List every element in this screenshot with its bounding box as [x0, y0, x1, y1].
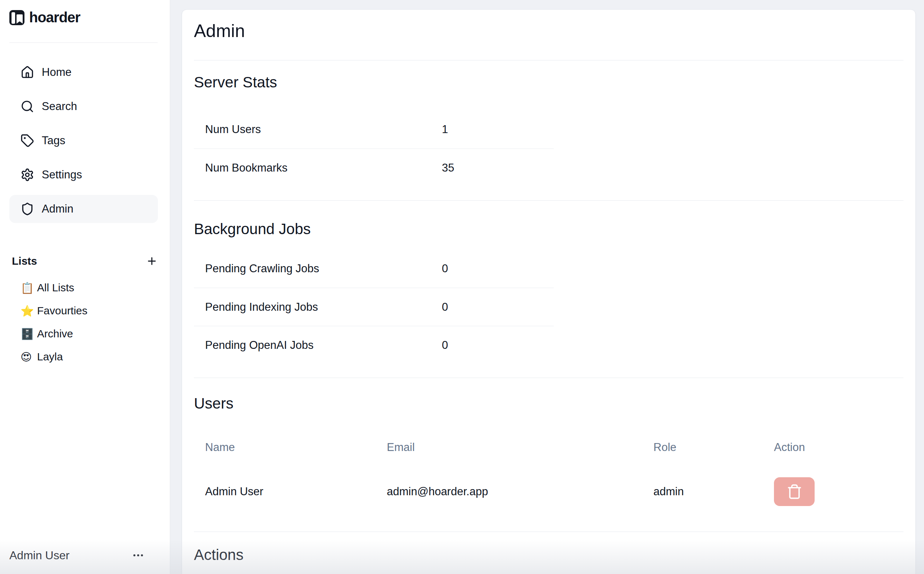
sidebar-item-label: Admin [42, 202, 73, 215]
cabinet-emoji: 🗄️ [21, 328, 32, 340]
stat-value: 0 [431, 339, 554, 352]
main-content: Admin Server Stats Num Users 1 Num Bookm… [170, 0, 924, 574]
sidebar-item-label: Settings [42, 168, 82, 181]
user-role: admin [642, 485, 763, 498]
sidebar-item-label: Tags [42, 134, 65, 147]
section-divider [194, 200, 903, 201]
current-user-name: Admin User [9, 549, 69, 562]
stat-value: 1 [431, 123, 554, 136]
hoarder-logo-icon [9, 10, 24, 25]
clipboard-emoji: 📋 [21, 282, 32, 294]
sidebar-item-admin[interactable]: Admin [9, 195, 158, 223]
server-stats-table: Num Users 1 Num Bookmarks 35 [194, 110, 554, 187]
lists-title: Lists [12, 255, 37, 267]
ellipsis-icon[interactable] [132, 549, 145, 562]
list-item-layla[interactable]: 😍 Layla [9, 347, 158, 367]
admin-panel-card: Admin Server Stats Num Users 1 Num Bookm… [182, 9, 916, 574]
list-item-all-lists[interactable]: 📋 All Lists [9, 278, 158, 298]
table-row: Admin User admin@hoarder.app admin [194, 467, 903, 517]
hoarder-app: hoarder Home Search Tags Settings A [0, 0, 924, 574]
column-header-action: Action [763, 441, 903, 454]
page-title: Admin [194, 21, 903, 41]
title-divider [194, 60, 903, 60]
column-header-email: Email [376, 441, 642, 454]
tag-icon [21, 134, 34, 147]
home-icon [21, 65, 34, 79]
heart-eyes-emoji: 😍 [21, 351, 32, 363]
sidebar-divider [9, 43, 158, 43]
column-header-name: Name [194, 441, 376, 454]
table-row: Num Bookmarks 35 [194, 148, 554, 187]
shield-icon [21, 202, 34, 216]
users-table-header: Name Email Role Action [194, 428, 903, 467]
column-header-role: Role [642, 441, 763, 454]
users-title: Users [194, 394, 903, 413]
user-menu[interactable]: Admin User [9, 547, 145, 563]
sidebar-item-label: Home [42, 66, 72, 79]
table-row: Pending Crawling Jobs 0 [194, 249, 554, 288]
gear-icon [21, 168, 34, 181]
stat-label: Num Bookmarks [194, 161, 431, 174]
logo[interactable]: hoarder [9, 9, 161, 26]
actions-title: Actions [194, 546, 903, 564]
user-name: Admin User [194, 485, 376, 498]
sidebar-item-label: Search [42, 100, 77, 113]
server-stats-title: Server Stats [194, 73, 903, 91]
table-row: Num Users 1 [194, 110, 554, 148]
delete-user-button[interactable] [774, 477, 815, 506]
users-table: Name Email Role Action Admin User admin@… [194, 428, 903, 517]
stat-label: Num Users [194, 123, 431, 136]
list-item-archive[interactable]: 🗄️ Archive [9, 324, 158, 344]
lists-header: Lists [12, 254, 158, 268]
user-email: admin@hoarder.app [376, 485, 642, 498]
plus-icon[interactable] [146, 255, 158, 267]
search-icon [21, 99, 34, 113]
sidebar: hoarder Home Search Tags Settings A [0, 0, 170, 574]
sidebar-item-home[interactable]: Home [9, 58, 158, 86]
background-jobs-table: Pending Crawling Jobs 0 Pending Indexing… [194, 249, 554, 364]
list-item-favourties[interactable]: ⭐ Favourties [9, 301, 158, 321]
sidebar-item-tags[interactable]: Tags [9, 126, 158, 155]
sidebar-nav: Home Search Tags Settings Admin [9, 58, 161, 223]
stat-label: Pending Crawling Jobs [194, 262, 431, 275]
table-row: Pending Indexing Jobs 0 [194, 288, 554, 326]
trash-icon [787, 484, 802, 500]
stat-label: Pending OpenAI Jobs [194, 339, 431, 352]
section-divider [194, 378, 903, 378]
logo-text: hoarder [29, 9, 80, 25]
table-row: Pending OpenAI Jobs 0 [194, 326, 554, 364]
stat-value: 35 [431, 161, 554, 174]
background-jobs-title: Background Jobs [194, 220, 903, 238]
stat-value: 0 [431, 301, 554, 314]
stat-value: 0 [431, 262, 554, 275]
sidebar-item-search[interactable]: Search [9, 92, 158, 120]
lists: 📋 All Lists ⭐ Favourties 🗄️ Archive 😍 La… [9, 278, 161, 367]
star-emoji: ⭐ [21, 304, 32, 317]
sidebar-item-settings[interactable]: Settings [9, 161, 158, 189]
stat-label: Pending Indexing Jobs [194, 301, 431, 314]
section-divider [194, 531, 903, 532]
